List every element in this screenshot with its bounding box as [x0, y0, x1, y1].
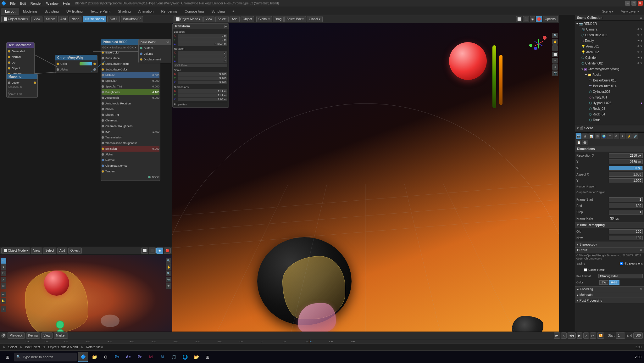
tree-item-camera[interactable]: 📷 Camera 👁 🖱	[575, 26, 644, 32]
viewport-right-tool-3[interactable]: ↕	[552, 45, 558, 51]
backdrop-btn[interactable]: Backdrop-02	[121, 16, 143, 22]
prop-render-icon[interactable]: 📷	[576, 133, 581, 139]
shading-look[interactable]: ◉	[530, 16, 535, 22]
node-btn[interactable]: Node	[69, 16, 81, 22]
menu-window[interactable]: Window	[44, 1, 60, 6]
shading-toggle-solid[interactable]: ⬛	[149, 248, 156, 254]
prop-material-icon[interactable]: ⬤	[582, 140, 588, 145]
taskbar-explorer[interactable]: 📁	[89, 352, 99, 362]
tab-texture-paint[interactable]: Texture Paint	[86, 8, 114, 15]
tree-item-outer[interactable]: ⬡ OuterCircle.002 👁 🖱	[575, 32, 644, 38]
maximize-btn[interactable]: □	[631, 1, 636, 6]
object-mode-selector[interactable]: ⬜ Object Mode ▾	[1, 248, 30, 254]
viewport-toggle-hide[interactable]: 👁	[166, 283, 171, 289]
start-btn[interactable]: ⊞	[3, 352, 13, 362]
next-frame-btn[interactable]: ▷	[583, 332, 589, 339]
view-layer-select[interactable]: View Layer ▾	[617, 8, 643, 15]
tree-item-torus[interactable]: ⬡ Torus	[575, 117, 644, 123]
object-3d[interactable]: Object	[241, 16, 254, 22]
viewport-right-tool-7[interactable]: 📷	[552, 70, 558, 76]
end-frame-input[interactable]: 300	[633, 332, 643, 339]
viewport-right-tool-6[interactable]: 👁	[552, 64, 558, 70]
select-box-btn[interactable]: Select Box ▾	[284, 16, 306, 22]
tree-item-cyl002-2[interactable]: ⬡ Cylinder.002	[575, 89, 644, 94]
tab-layout[interactable]: Layout	[1, 8, 19, 15]
tree-item-cylinder[interactable]: ⬡ Cylinder 👁 🖱	[575, 55, 644, 60]
post-processing-header[interactable]: ▸ Post Processing	[575, 298, 644, 303]
scene-select[interactable]: Scene ▾	[598, 8, 617, 15]
taskbar-media[interactable]: 🎵	[169, 352, 179, 362]
tree-item-rocks[interactable]: ▾ 📁 Rocks	[575, 72, 644, 77]
select-3d[interactable]: Select	[215, 16, 229, 22]
viewport-zoom-icon[interactable]: 🔍	[166, 271, 171, 276]
jump-start-btn[interactable]: ⏮	[554, 332, 560, 339]
prop-constraints-icon[interactable]: 🔗	[632, 133, 638, 139]
menu-file[interactable]: File	[8, 1, 18, 6]
taskbar-ae[interactable]: Ae	[123, 352, 133, 362]
add-btn[interactable]: Add	[58, 16, 68, 22]
close-btn[interactable]: ✕	[638, 1, 643, 6]
prop-scene-icon[interactable]: 🎬	[595, 133, 600, 139]
bottom-viewport-canvas[interactable]: ↖ ✥ ↻ ⤢ ⊞ ✏ 📐 + 🔍 ✋ 🔍 📷 👁	[0, 255, 172, 344]
viewport-toggle-camera[interactable]: 📷	[166, 277, 171, 282]
tab-compositing[interactable]: Compositing	[181, 8, 208, 15]
view-timeline[interactable]: View	[41, 332, 53, 339]
shading-toggle-render[interactable]: 🔴	[164, 248, 171, 254]
tab-add[interactable]: +	[229, 8, 238, 15]
menu-render[interactable]: Render	[29, 1, 44, 6]
minimize-btn[interactable]: ─	[625, 1, 630, 6]
view-3d[interactable]: View	[203, 16, 215, 22]
tool-scale[interactable]: ⤢	[1, 277, 6, 282]
prop-world-icon[interactable]: 🌍	[601, 133, 607, 139]
stereoscopy-header[interactable]: ▸ Stereoscopy	[575, 242, 644, 247]
viewport-3d-canvas[interactable]: User Perspective (125) Rocks | Cylinder	[172, 23, 559, 344]
tab-animation[interactable]: Animation	[135, 8, 158, 15]
tree-item-empty[interactable]: ◇ Empty 👁 🖱	[575, 38, 644, 43]
tree-item-area001[interactable]: 💡 Area.001 👁 🖱	[575, 43, 644, 49]
tree-item-chrometype[interactable]: ▾ ▣ Chrometype-VeryWeig	[575, 66, 644, 72]
play-reverse-btn[interactable]: ◀◀	[568, 332, 576, 339]
jump-end-btn[interactable]: ⏭	[590, 332, 596, 339]
tree-item-area002[interactable]: 💡 Area.002 👁 🖱	[575, 49, 644, 55]
taskbar-chrome[interactable]: 🌐	[180, 352, 190, 362]
options-btn[interactable]: Options	[543, 16, 558, 22]
start-frame-input[interactable]: 1	[616, 332, 625, 339]
taskbar-search[interactable]: 🔍 Type here to search	[14, 353, 77, 361]
taskbar-photoshop[interactable]: Ps	[112, 352, 122, 362]
node-chromatic[interactable]: ChromeVeryWeig Color Alpha	[55, 55, 97, 73]
tool-select[interactable]: ↖	[1, 258, 6, 264]
menu-help[interactable]: Help	[61, 1, 72, 6]
object-mode-3d[interactable]: ⬜ Object Mode ▾	[174, 16, 203, 22]
tree-item-bezier013[interactable]: 〜 BezierCurve.013	[575, 77, 644, 83]
file-extensions-check[interactable]	[620, 262, 623, 265]
node-mode-btn[interactable]: ⬜ Object Mode ▾	[1, 16, 30, 22]
time-remapping-header[interactable]: ▾ Time Remapping	[575, 222, 644, 228]
viewport-right-tool-2[interactable]: ✋	[552, 39, 558, 45]
shading-solid[interactable]: ⬛	[523, 16, 529, 22]
viewport-right-tool-5[interactable]: ☀	[552, 58, 558, 64]
playback-label[interactable]: Playback	[8, 332, 25, 339]
taskbar-settings[interactable]: ⚙	[101, 352, 111, 362]
tool-add[interactable]: +	[1, 306, 6, 312]
drag-btn[interactable]: Drag	[273, 16, 284, 22]
tab-uv-editing[interactable]: UV Editing	[63, 8, 86, 15]
tree-item-rock04[interactable]: ⬡ Rock_04	[575, 111, 644, 117]
tool-annotate[interactable]: ✏	[1, 292, 6, 297]
tool-transform[interactable]: ⊞	[1, 283, 6, 289]
node-canvas[interactable]: Tex Coordinate Generated Normal UV Objec…	[0, 23, 172, 247]
viewport-right-tool-4[interactable]: ⬜	[552, 52, 558, 57]
viewport-orbit-icon[interactable]: 🔍	[166, 258, 171, 264]
node-material-output[interactable]: Base Color All Surface Volume Displaceme…	[138, 39, 171, 63]
prop-object-icon[interactable]: ⬡	[607, 133, 613, 139]
shading-toggle-preview[interactable]: ◉	[156, 248, 163, 254]
prop-particles-icon[interactable]: ✦	[620, 133, 625, 139]
prop-output-icon[interactable]: 🖨	[582, 133, 588, 139]
global-orientation-btn[interactable]: Global ▾	[307, 16, 323, 22]
viewport-pan-icon[interactable]: ✋	[166, 264, 171, 270]
prev-frame-btn[interactable]: ◁	[561, 332, 567, 339]
taskbar-apps[interactable]: ⊞	[203, 352, 213, 362]
object-btn2[interactable]: Object	[68, 248, 82, 254]
play-btn[interactable]: ▶	[577, 332, 582, 339]
tab-modeling[interactable]: Modeling	[19, 8, 41, 15]
loop-btn[interactable]: 🔁	[597, 332, 604, 339]
